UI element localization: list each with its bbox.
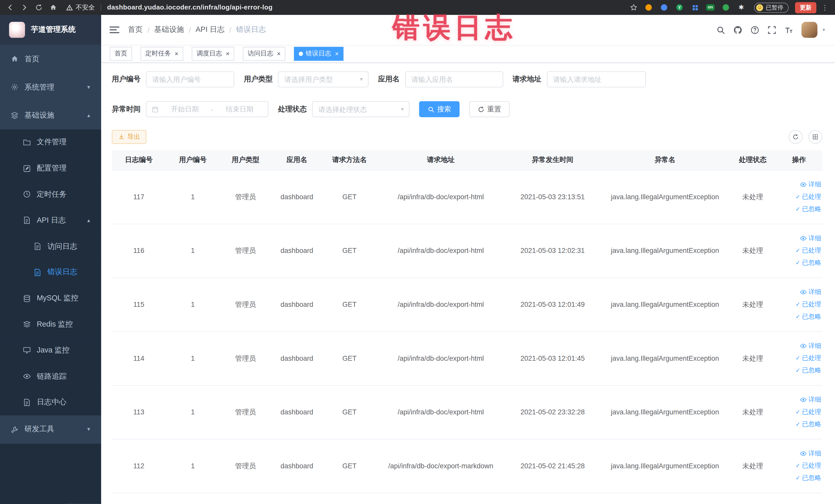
browser-update-button[interactable]: 更新	[795, 2, 816, 13]
sidebar-item[interactable]: 访问日志	[0, 234, 101, 259]
sidebar-item[interactable]: 错误日志	[0, 259, 101, 285]
sidebar-item[interactable]: 定时任务	[0, 182, 101, 207]
process-status-select[interactable]: ▼	[312, 101, 410, 117]
forward-icon[interactable]	[19, 2, 30, 13]
extension-icon-3[interactable]: Y	[675, 3, 684, 12]
breadcrumb-item[interactable]: 基础设施	[154, 25, 184, 35]
user-type-select[interactable]: ▼	[278, 72, 369, 87]
detail-link[interactable]: 详细	[800, 395, 821, 404]
sidebar-item[interactable]: 日志中心	[0, 389, 101, 415]
processed-link[interactable]: ✓已处理	[795, 246, 821, 255]
sidebar-item[interactable]: 首页	[0, 45, 101, 73]
sidebar-item[interactable]: MySQL 监控	[0, 285, 101, 311]
extension-icon-4[interactable]	[690, 3, 700, 12]
sidebar-item[interactable]: 研发工具▼	[0, 416, 101, 444]
tags-view-tab[interactable]: 调度日志×	[192, 47, 235, 61]
processed-link[interactable]: ✓已处理	[795, 461, 821, 470]
sidebar-item[interactable]: 链路追踪	[0, 363, 101, 389]
logo-title: 芋道管理系统	[31, 25, 76, 35]
detail-link[interactable]: 详细	[800, 234, 821, 243]
ignore-link[interactable]: ✓已忽略	[795, 312, 821, 321]
fullscreen-icon[interactable]	[768, 25, 776, 35]
extension-on-badge[interactable]: on	[706, 3, 715, 12]
ignore-link[interactable]: ✓已忽略	[795, 366, 821, 375]
user-avatar[interactable]	[801, 22, 817, 38]
tags-view-tab[interactable]: 错误日志×	[294, 47, 343, 61]
chevron-down-icon[interactable]: ▼	[822, 27, 826, 32]
detail-link[interactable]: 详细	[800, 287, 821, 297]
refresh-icon	[478, 106, 485, 113]
tags-view-tab[interactable]: 首页	[109, 47, 132, 61]
column-header: 异常名	[600, 150, 730, 170]
eye-icon	[800, 450, 807, 457]
chevron-up-icon: ▲	[86, 218, 91, 223]
extension-icon-6[interactable]: ✱	[736, 3, 746, 12]
ignore-link[interactable]: ✓已忽略	[795, 258, 821, 267]
processed-link[interactable]: ✓已处理	[795, 354, 821, 363]
request-url-input[interactable]	[547, 72, 646, 87]
processed-link[interactable]: ✓已处理	[795, 300, 821, 309]
url-bar[interactable]: dashboard.yudao.iocoder.cn/infra/log/api…	[107, 4, 272, 11]
sidebar-item[interactable]: 系统管理▼	[0, 73, 101, 101]
profile-paused-button[interactable]: ☺ 已暂停	[754, 2, 789, 12]
ignore-link[interactable]: ✓已忽略	[795, 205, 821, 214]
detail-link[interactable]: 详细	[800, 449, 821, 458]
extension-icon-2[interactable]	[659, 3, 669, 12]
column-header: 用户类型	[220, 150, 271, 170]
logo[interactable]: 芋道管理系统	[0, 15, 101, 45]
table-row: 1131管理员dashboardGET/api/infra/db-doc/exp…	[112, 385, 822, 439]
cell: /api/infra/db-doc/export-html	[376, 224, 505, 278]
active-dot	[299, 52, 303, 56]
app-name-input[interactable]	[405, 72, 503, 87]
detail-link[interactable]: 详细	[800, 180, 821, 189]
sidebar-item[interactable]: API 日志▲	[0, 207, 101, 234]
ignore-link[interactable]: ✓已忽略	[795, 420, 821, 429]
cell: 管理员	[220, 170, 271, 224]
table-row: 1151管理员dashboardGET/api/infra/db-doc/exp…	[112, 278, 822, 331]
sidebar-item[interactable]: Redis 监控	[0, 311, 101, 337]
tags-view-tab[interactable]: 定时任务×	[141, 47, 183, 61]
process-status-select-input[interactable]	[312, 101, 410, 117]
edit-icon	[23, 164, 31, 172]
tags-view-tab[interactable]: 访问日志×	[243, 47, 285, 61]
eye-icon	[23, 372, 31, 380]
hamburger-icon[interactable]	[108, 24, 120, 36]
export-button[interactable]: 导出	[112, 130, 147, 144]
column-settings-button[interactable]	[808, 130, 822, 144]
breadcrumb-item[interactable]: 首页	[128, 25, 143, 35]
refresh-table-button[interactable]	[789, 130, 802, 144]
sidebar-item[interactable]: 基础设施▲	[0, 101, 101, 129]
user-type-select-input[interactable]	[278, 72, 369, 87]
back-icon[interactable]	[4, 2, 16, 13]
sidebar-item[interactable]: 文件管理	[0, 129, 101, 155]
reset-button[interactable]: 重置	[469, 101, 510, 117]
processed-link[interactable]: ✓已处理	[795, 192, 821, 201]
sidebar-item[interactable]: Java 监控	[0, 337, 101, 363]
processed-link[interactable]: ✓已处理	[795, 407, 821, 417]
ignore-link[interactable]: ✓已忽略	[795, 473, 821, 482]
close-icon[interactable]: ×	[277, 50, 281, 57]
help-icon[interactable]	[750, 25, 759, 35]
sidebar-item[interactable]: 配置管理	[0, 155, 101, 181]
exception-time-range-picker[interactable]: 开始日期 - 结束日期	[146, 101, 268, 117]
browser-menu-icon[interactable]: ⋮	[819, 2, 831, 13]
github-icon[interactable]	[733, 25, 742, 35]
bookmark-star-icon[interactable]	[628, 2, 640, 13]
font-size-icon[interactable]	[785, 25, 793, 35]
close-icon[interactable]: ×	[226, 50, 230, 57]
search-button[interactable]: 搜索	[419, 101, 460, 117]
breadcrumb-item[interactable]: API 日志	[196, 25, 225, 35]
cell: 管理员	[220, 278, 271, 331]
reload-icon[interactable]	[33, 2, 45, 13]
detail-link[interactable]: 详细	[800, 341, 821, 350]
search-icon[interactable]	[716, 25, 725, 35]
clock-icon	[23, 190, 31, 199]
extension-icon-5[interactable]	[721, 3, 731, 12]
security-indicator[interactable]: 不安全	[66, 3, 95, 12]
doc-icon	[34, 242, 42, 250]
close-icon[interactable]: ×	[335, 50, 339, 57]
user-id-input[interactable]	[146, 72, 234, 87]
extension-icon-1[interactable]	[644, 3, 653, 12]
close-icon[interactable]: ×	[175, 50, 178, 57]
browser-home-icon[interactable]	[47, 2, 59, 13]
